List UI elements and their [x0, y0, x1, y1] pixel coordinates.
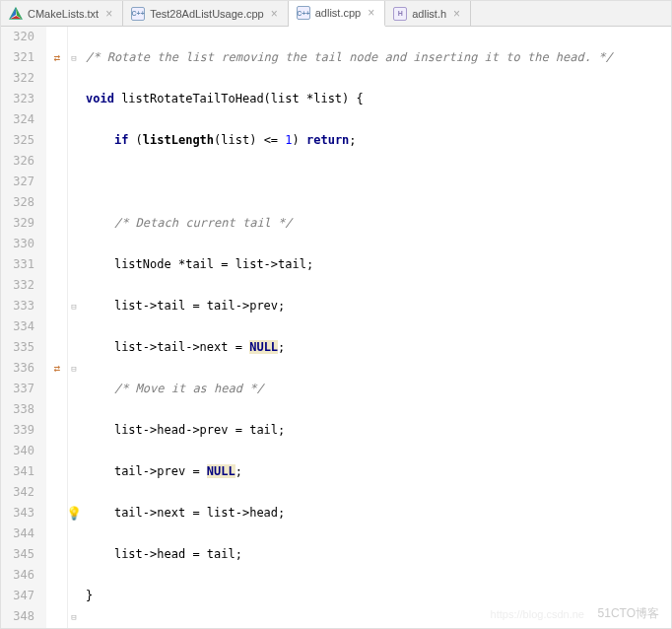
- line-number: 322: [7, 68, 34, 89]
- tab-label: adlist.cpp: [315, 7, 361, 19]
- code-line: list->tail->next = NULL;: [86, 337, 665, 358]
- line-number: 324: [7, 109, 34, 130]
- close-icon[interactable]: ×: [269, 7, 280, 21]
- line-number: 343: [7, 503, 34, 524]
- tab-label: Test28AdListUsage.cpp: [150, 8, 264, 20]
- line-number: 338: [7, 399, 34, 420]
- line-number: 347: [7, 586, 34, 606]
- line-number: 339: [7, 420, 34, 441]
- code-line: list->head = tail;: [86, 544, 665, 565]
- code-line: void listRotateTailToHead(list *list) {: [86, 89, 665, 109]
- cmake-icon: [9, 7, 23, 21]
- tab-adlist-cpp[interactable]: C++ adlist.cpp ×: [289, 1, 386, 27]
- code-line: list->head->prev = tail;: [86, 420, 665, 441]
- line-number: 334: [7, 316, 34, 337]
- code-line: tail->next = list->head;: [86, 503, 665, 524]
- code-editor[interactable]: 320 321 322 323 324 325 326 327 328 329 …: [1, 27, 671, 628]
- fold-close-icon[interactable]: ⊟: [68, 296, 80, 316]
- code-area[interactable]: /* Rotate the list removing the tail nod…: [80, 27, 671, 628]
- line-number: 335: [7, 337, 34, 358]
- code-line: tail->prev = NULL;: [86, 461, 665, 482]
- close-icon[interactable]: ×: [366, 6, 376, 20]
- cpp-icon: C++: [297, 6, 310, 20]
- line-number: 345: [7, 544, 34, 565]
- code-line: /* Move it as head */: [86, 379, 665, 399]
- code-line: if (listLength(list) <= 1) return;: [86, 130, 665, 151]
- intention-bulb-icon[interactable]: 💡: [68, 503, 80, 524]
- tab-label: adlist.h: [412, 8, 446, 20]
- line-number: 333: [7, 296, 34, 316]
- fold-open-icon[interactable]: ⊟: [68, 358, 80, 379]
- h-icon: H: [393, 7, 407, 21]
- vcs-change-icon[interactable]: ⇄: [46, 358, 68, 379]
- code-line: [86, 172, 665, 192]
- tab-cmakelists[interactable]: CMakeLists.txt ×: [1, 1, 123, 26]
- code-line: /* Detach current tail */: [86, 213, 665, 234]
- line-number: 348: [7, 606, 34, 627]
- line-number: 336: [7, 358, 34, 379]
- line-number: 327: [7, 172, 34, 192]
- line-number: 331: [7, 254, 34, 275]
- editor-tabs: CMakeLists.txt × C++ Test28AdListUsage.c…: [1, 1, 671, 27]
- gutter-markers: ⇄ ⇄: [46, 27, 68, 628]
- line-number: 323: [7, 89, 34, 109]
- fold-column: ⊟ ⊟ ⊟ 💡 ⊟: [68, 27, 80, 628]
- tab-test28[interactable]: C++ Test28AdListUsage.cpp ×: [123, 1, 289, 26]
- code-line: list->tail = tail->prev;: [86, 296, 665, 316]
- line-number: 326: [7, 151, 34, 172]
- line-number: 346: [7, 565, 34, 586]
- line-number-gutter: 320 321 322 323 324 325 326 327 328 329 …: [1, 27, 46, 628]
- line-number: 341: [7, 461, 34, 482]
- line-number: 325: [7, 130, 34, 151]
- cpp-icon: C++: [131, 7, 145, 21]
- line-number: 344: [7, 524, 34, 544]
- close-icon[interactable]: ×: [451, 7, 462, 21]
- fold-open-icon[interactable]: ⊟: [68, 47, 80, 68]
- line-number: 329: [7, 213, 34, 234]
- line-number: 332: [7, 275, 34, 296]
- tab-label: CMakeLists.txt: [28, 8, 99, 20]
- fold-close-icon[interactable]: ⊟: [68, 606, 80, 627]
- close-icon[interactable]: ×: [103, 7, 114, 21]
- vcs-change-icon[interactable]: ⇄: [46, 47, 68, 68]
- code-line: listNode *tail = list->tail;: [86, 254, 665, 275]
- line-number: 320: [7, 27, 34, 47]
- line-number: 340: [7, 441, 34, 461]
- line-number: 342: [7, 482, 34, 503]
- line-number: 337: [7, 379, 34, 399]
- code-line: }: [86, 586, 665, 606]
- line-number: 328: [7, 192, 34, 213]
- code-line: /* Rotate the list removing the tail nod…: [86, 47, 665, 68]
- line-number: 330: [7, 234, 34, 254]
- line-number: 321: [7, 47, 34, 68]
- tab-adlist-h[interactable]: H adlist.h ×: [385, 1, 471, 26]
